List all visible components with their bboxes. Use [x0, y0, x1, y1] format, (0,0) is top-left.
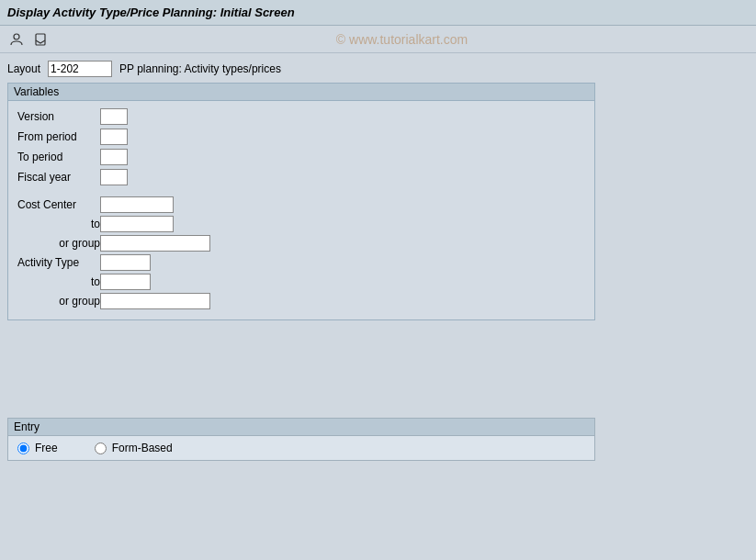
- fiscal-year-label: Fiscal year: [17, 171, 100, 184]
- form-based-radio-group: Form-Based: [95, 442, 173, 454]
- main-window: Display Activity Type/Price Planning: In…: [0, 0, 756, 560]
- layout-row: Layout PP planning: Activity types/price…: [7, 61, 749, 77]
- cost-center-group-input[interactable]: [100, 235, 210, 252]
- form-based-label: Form-Based: [112, 442, 173, 454]
- cost-center-label: Cost Center: [17, 198, 100, 211]
- activity-type-label: Activity Type: [17, 256, 100, 269]
- cost-center-row: Cost Center: [17, 196, 585, 213]
- free-radio-group: Free: [17, 442, 58, 454]
- from-period-row: From period: [17, 129, 585, 145]
- cost-center-to-label: to: [17, 218, 100, 230]
- variables-section: Variables Version From period To period: [7, 83, 595, 320]
- from-period-label: From period: [17, 130, 100, 143]
- main-content: Layout PP planning: Activity types/price…: [0, 53, 756, 468]
- activity-type-input[interactable]: [100, 254, 151, 271]
- activity-type-group-row: or group: [17, 293, 585, 309]
- empty-area: [7, 322, 749, 414]
- to-period-input[interactable]: [100, 149, 128, 165]
- cost-center-group-label: or group: [17, 237, 100, 250]
- cost-center-to-row: to: [17, 216, 585, 232]
- window-title: Display Activity Type/Price Planning: In…: [7, 6, 295, 19]
- entry-content: Free Form-Based: [8, 436, 594, 460]
- version-row: Version: [17, 108, 585, 125]
- activity-type-to-row: to: [17, 274, 585, 290]
- cost-center-input[interactable]: [100, 196, 174, 213]
- bookmark-icon[interactable]: [31, 30, 50, 49]
- version-input[interactable]: [100, 108, 128, 125]
- activity-type-row: Activity Type: [17, 254, 585, 271]
- person-icon[interactable]: [7, 30, 26, 49]
- fiscal-year-row: Fiscal year: [17, 169, 585, 185]
- title-bar: Display Activity Type/Price Planning: In…: [0, 0, 756, 26]
- variables-header: Variables: [8, 84, 594, 101]
- fiscal-year-input[interactable]: [100, 169, 128, 185]
- free-radio[interactable]: [17, 442, 29, 454]
- toolbar: © www.tutorialkart.com: [0, 26, 756, 53]
- free-label: Free: [35, 442, 58, 454]
- watermark: © www.tutorialkart.com: [55, 32, 749, 47]
- activity-type-to-input[interactable]: [100, 274, 151, 290]
- cost-center-to-input[interactable]: [100, 216, 174, 232]
- entry-header: Entry: [8, 419, 594, 436]
- activity-type-group-input[interactable]: [100, 293, 210, 309]
- to-period-row: To period: [17, 149, 585, 165]
- activity-type-to-label: to: [17, 275, 100, 288]
- layout-description: PP planning: Activity types/prices: [119, 62, 281, 75]
- activity-type-group-label: or group: [17, 295, 100, 308]
- layout-input[interactable]: [48, 61, 112, 77]
- variables-inner: Version From period To period Fiscal yea…: [8, 101, 594, 319]
- svg-point-0: [14, 34, 19, 39]
- to-period-label: To period: [17, 151, 100, 163]
- from-period-input[interactable]: [100, 129, 128, 145]
- form-based-radio[interactable]: [95, 442, 107, 454]
- entry-section: Entry Free Form-Based: [7, 418, 595, 461]
- cost-center-group-row: or group: [17, 235, 585, 252]
- version-label: Version: [17, 110, 100, 123]
- layout-label: Layout: [7, 62, 40, 75]
